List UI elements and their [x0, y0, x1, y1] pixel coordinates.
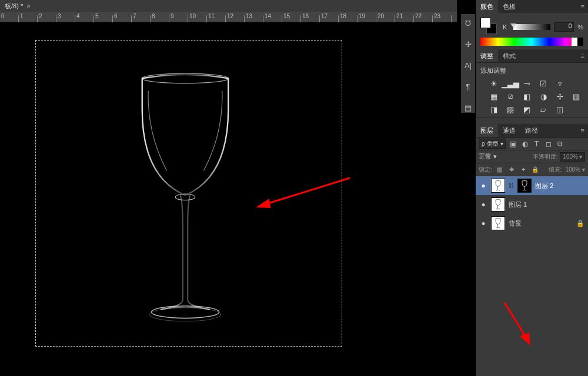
- color-panel: K 0 %: [476, 13, 588, 47]
- ruler-tick: [38, 12, 56, 22]
- panel-menu-icon[interactable]: ≡: [577, 52, 588, 59]
- fill-label: 填充:: [549, 166, 562, 174]
- layer-thumbnail[interactable]: [491, 179, 505, 193]
- ruler-tick: [339, 12, 358, 22]
- layer-filter-kind[interactable]: ρ 类型 ▾: [479, 139, 506, 149]
- layer-mask-thumbnail[interactable]: [517, 179, 532, 193]
- panel-menu-icon[interactable]: ≡: [577, 3, 588, 10]
- blend-mode-select[interactable]: 正常 ▾: [479, 152, 516, 161]
- tab-swatches[interactable]: 色板: [498, 0, 520, 13]
- annotation-arrow-to-layer: [500, 300, 535, 347]
- blackwhite-icon[interactable]: ◧: [522, 92, 532, 101]
- levels-icon[interactable]: ▁▃▅: [505, 79, 516, 88]
- layer-row[interactable]: ●⛓图层 2: [476, 176, 588, 195]
- threshold-icon[interactable]: ◩: [522, 105, 532, 114]
- channel-mixer-icon[interactable]: ✢: [554, 92, 565, 101]
- k-slider-knob[interactable]: [510, 24, 516, 28]
- vibrance-icon[interactable]: ▦: [489, 92, 499, 101]
- visibility-toggle-icon[interactable]: ●: [479, 182, 487, 190]
- lock-pixels-icon[interactable]: ▧: [496, 166, 504, 174]
- tab-color[interactable]: 颜色: [476, 0, 498, 13]
- notes-panel-icon[interactable]: ▤: [462, 102, 474, 113]
- color-picker-icon[interactable]: ✢: [462, 39, 474, 49]
- chevron-down-icon: ▾: [500, 140, 503, 147]
- adjust-panel-header: 调整 样式 ≡: [476, 49, 588, 62]
- layer-name-label[interactable]: 图层 1: [509, 200, 527, 209]
- white-cap[interactable]: [572, 38, 577, 46]
- ruler-tick: [376, 12, 395, 22]
- exposure-icon[interactable]: ☑: [538, 79, 549, 88]
- layer-filter-kind-label: 类型: [487, 140, 499, 148]
- adjustments-panel: 添加调整 ☀ ▁▃▅ ⤳ ☑ ▿ ▦ ⧄ ◧ ◑ ✢ ▥ ◨ ▨ ◩ ▱ ◫: [476, 62, 588, 124]
- black-cap[interactable]: [577, 38, 583, 46]
- k-value-input[interactable]: 0: [554, 22, 574, 32]
- tab-paths[interactable]: 路径: [520, 124, 543, 137]
- filter-smart-icon[interactable]: ⧉: [556, 139, 565, 149]
- document-tab-title: 板/8) *: [5, 2, 23, 11]
- layer-link-icon[interactable]: ⛓: [509, 183, 514, 189]
- document-tab[interactable]: 板/8) * ×: [0, 0, 35, 12]
- tab-channels[interactable]: 通道: [498, 124, 520, 137]
- tab-styles[interactable]: 样式: [498, 49, 520, 62]
- fg-bg-swatches[interactable]: [480, 18, 497, 34]
- ruler-tick: [94, 12, 113, 22]
- add-adjustment-label: 添加调整: [480, 66, 583, 75]
- ruler-tick: [320, 12, 339, 22]
- brightness-icon[interactable]: ☀: [489, 79, 499, 88]
- fg-color-swatch[interactable]: [480, 18, 491, 28]
- ruler-tick: [188, 12, 207, 22]
- visibility-toggle-icon[interactable]: ●: [479, 219, 487, 227]
- type-panel-icon[interactable]: A|: [462, 60, 474, 70]
- layer-row[interactable]: ●背景🔒: [476, 214, 588, 233]
- layer-name-label[interactable]: 图层 2: [535, 182, 553, 190]
- layer-list: ●⛓图层 2●图层 1●背景🔒: [476, 176, 588, 376]
- ruler-tick: [207, 12, 226, 22]
- svg-point-1: [175, 194, 195, 200]
- visibility-toggle-icon[interactable]: ●: [479, 200, 487, 209]
- hue-strip[interactable]: [480, 38, 583, 46]
- blend-opacity-row: 正常 ▾ 不透明度: 100% ▾: [476, 150, 588, 163]
- layer-name-label[interactable]: 背景: [509, 219, 522, 228]
- filter-shape-icon[interactable]: ◻͏: [544, 139, 553, 149]
- curves-icon[interactable]: ⤳: [522, 79, 532, 88]
- k-slider[interactable]: [513, 24, 550, 30]
- layers-panel-header: 图层 通道 路径 ≡: [476, 124, 588, 137]
- filter-type-icon[interactable]: T: [532, 139, 542, 149]
- color-panel-header: 颜色 色板 ≡: [476, 0, 588, 13]
- hsl-icon[interactable]: ⧄: [505, 92, 516, 101]
- vignette-icon[interactable]: ▿: [554, 79, 565, 88]
- history-icon[interactable]: ℧: [462, 18, 474, 28]
- selective-color-icon[interactable]: ◫: [554, 105, 565, 114]
- ruler-tick: [395, 12, 414, 22]
- photo-filter-icon[interactable]: ◑: [538, 92, 549, 101]
- posterize-icon[interactable]: ▨: [505, 105, 516, 114]
- lock-position-icon[interactable]: ✥: [507, 166, 516, 174]
- opacity-value[interactable]: 100% ▾: [560, 152, 585, 162]
- layer-thumbnail[interactable]: [491, 216, 505, 230]
- tab-layers[interactable]: 图层: [476, 124, 498, 137]
- invert-icon[interactable]: ◨: [489, 105, 499, 114]
- fill-value-text: 100%: [566, 166, 581, 173]
- lock-artboard-icon[interactable]: ✦: [519, 166, 527, 174]
- layer-thumbnail[interactable]: [491, 197, 505, 212]
- panel-menu-icon[interactable]: ≡: [577, 127, 588, 134]
- ruler-tick: [358, 12, 376, 22]
- svg-point-3: [149, 308, 220, 321]
- paragraph-panel-icon[interactable]: ¶: [462, 81, 474, 92]
- ruler-tick: [414, 12, 433, 22]
- filter-image-icon[interactable]: ▣: [509, 139, 518, 149]
- color-lookup-icon[interactable]: ▥: [571, 92, 582, 101]
- filter-adjust-icon[interactable]: ◐: [520, 139, 530, 149]
- ruler-tick: [245, 12, 263, 22]
- tab-adjustments[interactable]: 调整: [476, 49, 498, 62]
- selection-marquee: [35, 40, 342, 347]
- layer-row[interactable]: ●图层 1: [476, 195, 588, 214]
- close-icon[interactable]: ×: [26, 2, 30, 9]
- chevron-down-icon: ▾: [493, 153, 497, 160]
- lock-all-icon[interactable]: 🔒: [531, 166, 539, 174]
- svg-marker-5: [256, 199, 270, 208]
- lock-icon[interactable]: 🔒: [576, 220, 584, 227]
- gradient-map-icon[interactable]: ▱: [538, 105, 549, 114]
- fill-value[interactable]: 100% ▾: [566, 166, 585, 173]
- canvas[interactable]: [0, 22, 457, 376]
